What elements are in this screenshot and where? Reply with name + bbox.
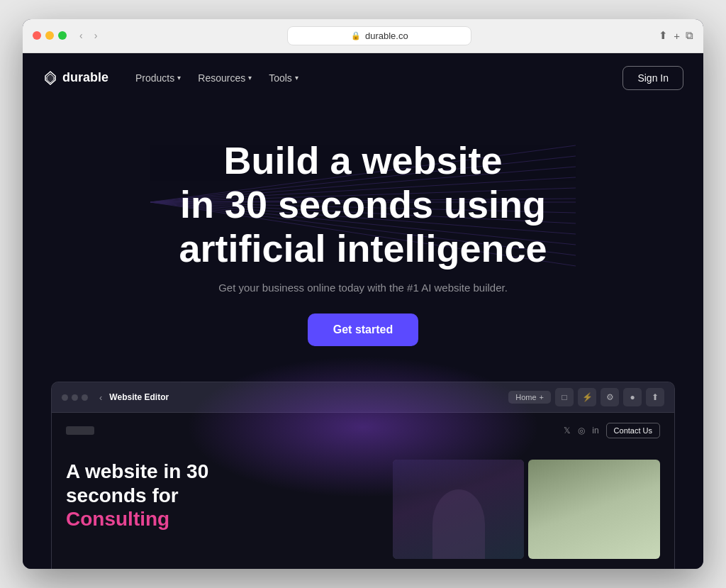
forward-button[interactable]: ›: [91, 28, 101, 43]
preview-hero-title: A website in 30 seconds for Consulting: [66, 460, 381, 531]
hero-title: Build a website in 30 seconds using arti…: [37, 138, 689, 270]
chevron-down-icon: ▾: [295, 74, 298, 82]
preview-hero-images: [393, 460, 660, 559]
browser-chrome: ‹ › 🔒 durable.co ⬆ + ⧉: [23, 19, 703, 53]
nav-links: Products ▾ Resources ▾ Tools ▾: [128, 68, 306, 88]
copy-button[interactable]: ⧉: [686, 29, 693, 42]
preview-dot-1: [62, 394, 68, 401]
address-bar[interactable]: 🔒 durable.co: [287, 26, 471, 45]
chevron-down-icon: ▾: [248, 74, 252, 82]
lock-icon: 🔒: [351, 31, 361, 40]
preview-window: ‹ Website Editor Home + □ ⚡ ⚙ ● ⬆: [51, 382, 675, 569]
preview-dot-2: [72, 394, 78, 401]
website-content: durable Products ▾ Resources ▾ Tools ▾ S…: [23, 53, 703, 569]
preview-export-icon[interactable]: ⬆: [646, 388, 664, 406]
preview-image-1: [393, 460, 525, 559]
preview-site: 𝕏 ◎ in Contact Us A website in 30 second…: [52, 413, 674, 569]
browser-actions: ⬆ + ⧉: [659, 29, 693, 42]
preview-dots: [62, 394, 88, 401]
preview-back-icon[interactable]: ‹: [99, 392, 102, 403]
contact-us-button[interactable]: Contact Us: [606, 423, 660, 438]
preview-image-2: [528, 460, 660, 559]
twitter-icon[interactable]: 𝕏: [564, 426, 571, 436]
sign-in-button[interactable]: Sign In: [622, 66, 683, 90]
preview-site-nav-right: 𝕏 ◎ in Contact Us: [564, 423, 660, 438]
preview-site-nav: 𝕏 ◎ in Contact Us: [66, 423, 660, 447]
browser-nav: ‹ ›: [77, 28, 100, 43]
preview-hero: A website in 30 seconds for Consulting: [66, 453, 660, 559]
preview-dot-3: [82, 394, 88, 401]
site-nav: durable Products ▾ Resources ▾ Tools ▾ S…: [23, 53, 703, 103]
preview-hero-highlight: Consulting: [66, 508, 169, 530]
preview-site-logo: [66, 426, 94, 435]
preview-user-icon[interactable]: ●: [623, 388, 642, 406]
chevron-down-icon: ▾: [177, 74, 181, 82]
logo-icon: [43, 70, 58, 86]
share-button[interactable]: ⬆: [659, 29, 668, 42]
browser-window: ‹ › 🔒 durable.co ⬆ + ⧉: [23, 19, 703, 569]
nav-resources[interactable]: Resources ▾: [191, 68, 259, 88]
back-button[interactable]: ‹: [77, 28, 86, 43]
linkedin-icon[interactable]: in: [592, 426, 598, 436]
preview-tab-home[interactable]: Home +: [508, 391, 551, 404]
preview-chrome: ‹ Website Editor Home + □ ⚡ ⚙ ● ⬆: [52, 382, 674, 413]
preview-lightning-icon[interactable]: ⚡: [578, 388, 596, 406]
maximize-dot[interactable]: [58, 31, 67, 40]
preview-toolbar-right: Home + □ ⚡ ⚙ ● ⬆: [508, 388, 664, 406]
preview-monitor-icon[interactable]: □: [555, 388, 574, 406]
logo-text: durable: [62, 70, 108, 85]
minimize-dot[interactable]: [45, 31, 54, 40]
preview-hero-text: A website in 30 seconds for Consulting: [66, 460, 381, 531]
address-bar-container: 🔒 durable.co: [107, 26, 652, 45]
nav-tools[interactable]: Tools ▾: [262, 68, 306, 88]
logo[interactable]: durable: [43, 70, 108, 86]
hero-subtitle: Get your business online today with the …: [37, 282, 689, 294]
close-dot[interactable]: [33, 31, 41, 40]
browser-dots: [33, 31, 67, 40]
hero-section: Build a website in 30 seconds using arti…: [23, 103, 703, 367]
get-started-button[interactable]: Get started: [308, 314, 418, 346]
url-text: durable.co: [365, 30, 408, 41]
preview-editor-title: Website Editor: [109, 392, 169, 402]
preview-settings-icon[interactable]: ⚙: [601, 388, 619, 406]
instagram-icon[interactable]: ◎: [578, 426, 585, 436]
nav-products[interactable]: Products ▾: [128, 68, 188, 88]
new-tab-button[interactable]: +: [674, 30, 680, 42]
